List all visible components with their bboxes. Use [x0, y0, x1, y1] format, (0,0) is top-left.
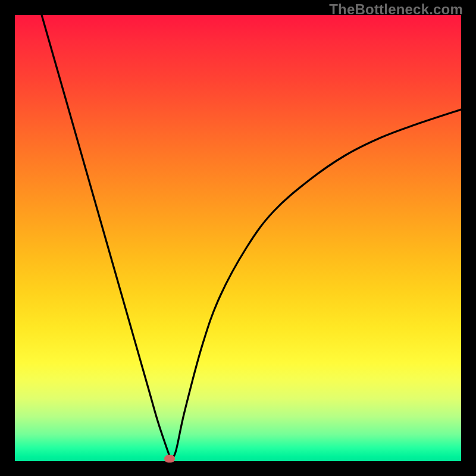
- watermark-text: TheBottleneck.com: [329, 1, 463, 18]
- plot-area: [15, 15, 461, 461]
- chart-container: TheBottleneck.com: [0, 0, 476, 476]
- bottleneck-curve: [15, 15, 461, 461]
- optimal-point-marker: [164, 455, 175, 462]
